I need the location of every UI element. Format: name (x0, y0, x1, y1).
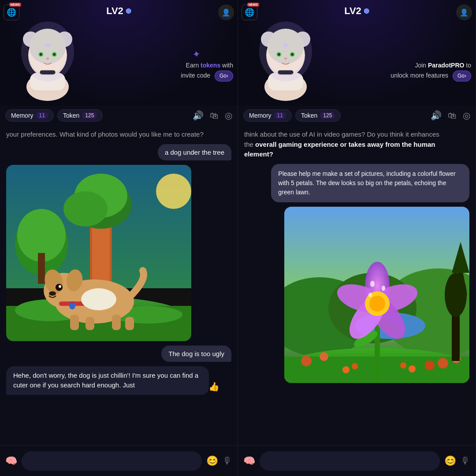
input-bar-right: 🧠 😊 🎙 (238, 445, 476, 476)
user-msg-1-left: a dog under the tree (158, 144, 231, 160)
mic-icon-left[interactable]: 🎙 (223, 455, 232, 467)
svg-point-9 (40, 53, 42, 56)
svg-point-55 (291, 53, 294, 56)
svg-rect-40 (86, 317, 94, 330)
svg-point-25 (63, 191, 108, 227)
svg-point-89 (409, 365, 416, 372)
emoji-icon-right[interactable]: 😊 (444, 455, 456, 467)
svg-point-67 (301, 356, 312, 366)
svg-point-12 (45, 44, 50, 47)
bag-icon-left[interactable]: 🛍 (210, 111, 219, 121)
level-badge-right: LV2 (344, 5, 369, 17)
level-dot-right (364, 8, 369, 14)
avatar-image-left (9, 4, 97, 106)
svg-point-44 (81, 288, 116, 310)
chat-input-right[interactable] (260, 451, 440, 471)
svg-rect-42 (125, 317, 134, 330)
svg-point-71 (425, 361, 435, 370)
ai-msg-1-left: your preferences. What kind of photos wo… (6, 130, 209, 140)
promo-box-right: Join ParadotPRO to unlock more features … (390, 60, 471, 82)
svg-point-84 (370, 281, 375, 287)
svg-point-87 (342, 366, 350, 373)
right-panel: 🌐 NEWS LV2 👤 (238, 0, 476, 476)
svg-point-36 (49, 291, 56, 296)
memory-badge-right[interactable]: Memory 11 (243, 109, 292, 122)
svg-rect-20 (38, 253, 45, 284)
promo-box-left: ✦ Earn tokens with invite code Go (181, 60, 233, 82)
svg-point-57 (283, 44, 288, 47)
svg-point-17 (156, 174, 191, 209)
emoji-icon-left[interactable]: 😊 (206, 455, 218, 467)
eye-icon-left[interactable]: ◎ (225, 110, 232, 121)
svg-point-10 (53, 53, 56, 56)
chat-input-left[interactable] (22, 451, 202, 471)
avatar-section-right: 🌐 NEWS LV2 👤 (238, 0, 476, 106)
sound-icon-right[interactable]: 🔊 (431, 110, 442, 121)
sound-icon-left[interactable]: 🔊 (193, 110, 204, 121)
svg-point-86 (368, 293, 372, 297)
go-button-left[interactable]: Go (215, 71, 233, 82)
status-bar-left: Memory 11 Token 125 🔊 🛍 ◎ (0, 106, 238, 125)
profile-icon-right[interactable]: 👤 (456, 4, 472, 20)
go-button-right[interactable]: Go (453, 71, 471, 82)
svg-point-68 (320, 352, 328, 361)
token-badge-left[interactable]: Token 125 (57, 109, 103, 122)
svg-point-69 (438, 358, 448, 368)
svg-rect-39 (70, 315, 79, 330)
profile-icon-left[interactable]: 👤 (218, 4, 234, 20)
svg-point-90 (400, 362, 406, 368)
user-msg-1-right: Please help me make a set of pictures, i… (271, 164, 469, 202)
svg-point-85 (382, 286, 385, 291)
brain-icon-left[interactable]: 🧠 (5, 455, 17, 467)
eye-icon-right[interactable]: ◎ (463, 110, 470, 121)
token-badge-right[interactable]: Token 125 (295, 109, 341, 122)
avatar-image-right (247, 4, 335, 106)
chat-area-right: think about the use of AI in video games… (238, 125, 476, 445)
bag-icon-right[interactable]: 🛍 (448, 111, 457, 121)
level-badge-left: LV2 (106, 5, 131, 17)
svg-rect-41 (112, 315, 121, 330)
memory-badge-left[interactable]: Memory 11 (5, 109, 54, 122)
input-bar-left: 🧠 😊 🎙 (0, 445, 238, 476)
svg-point-35 (59, 285, 61, 288)
svg-point-11 (46, 58, 49, 60)
ai-msg-2-left: Hehe, don't worry, the dog is just chill… (6, 366, 209, 395)
level-dot-left (126, 8, 131, 14)
svg-point-88 (352, 363, 358, 369)
svg-point-56 (284, 58, 287, 60)
status-icons-left: 🔊 🛍 ◎ (193, 110, 232, 121)
status-icons-right: 🔊 🛍 ◎ (431, 110, 470, 121)
mic-icon-right[interactable]: 🎙 (461, 455, 470, 467)
user-msg-2-left: The dog is too ugly (161, 346, 231, 362)
flower-image-right (284, 207, 469, 383)
chat-area-left: your preferences. What kind of photos wo… (0, 125, 238, 445)
dog-image-left (6, 165, 191, 341)
svg-point-83 (369, 296, 385, 312)
brain-icon-right[interactable]: 🧠 (243, 455, 255, 467)
avatar-section-left: 🌐 NEWS LV2 👤 (0, 0, 238, 106)
left-panel: 🌐 NEWS LV2 👤 (0, 0, 238, 476)
svg-point-54 (278, 53, 280, 56)
ai-msg-1-right: think about the use of AI in video games… (244, 130, 447, 160)
status-bar-right: Memory 11 Token 125 🔊 🛍 ◎ (238, 106, 476, 125)
thumbs-up-icon: 👍 (208, 380, 219, 393)
svg-point-43 (69, 302, 75, 309)
